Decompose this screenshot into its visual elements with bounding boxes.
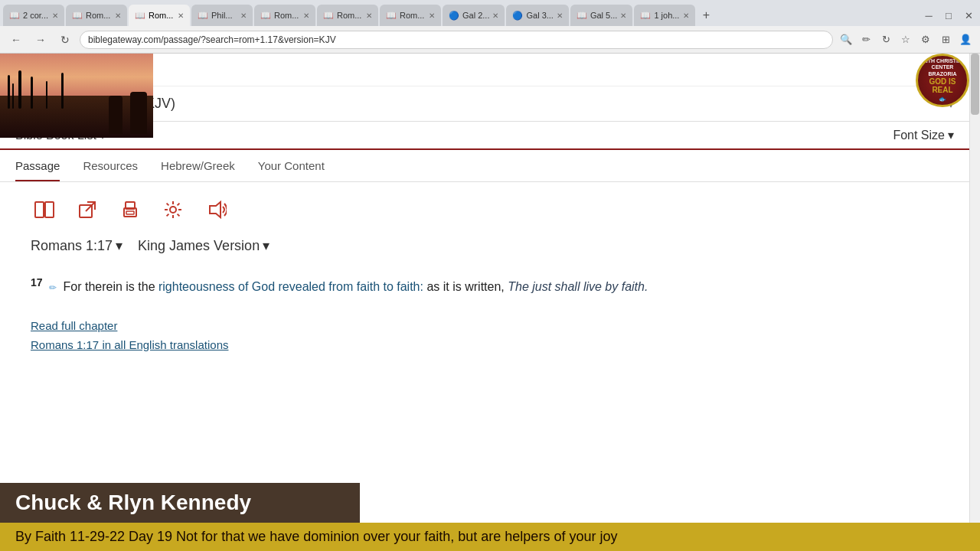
presenter-name: Chuck & Rlyn Kennedy	[15, 491, 251, 515]
tab-hebrew-greek[interactable]: Hebrew/Greek	[161, 159, 235, 181]
tab-favicon: 🔵	[449, 11, 459, 21]
all-translations-link[interactable]: Romans 1:17 in all English translations	[31, 338, 939, 351]
tab-favicon: 📖	[323, 11, 334, 21]
grid-icon[interactable]: ⊞	[937, 31, 954, 48]
read-full-chapter-link[interactable]: Read full chapter	[31, 319, 939, 332]
icons-row	[0, 182, 969, 237]
settings-icon[interactable]	[159, 196, 187, 223]
svg-rect-6	[126, 211, 134, 214]
back-button[interactable]: ←	[6, 30, 26, 50]
minimize-button[interactable]: ─	[920, 7, 937, 24]
refresh-icon[interactable]: ↻	[877, 31, 894, 48]
tab-favicon: 📖	[72, 11, 83, 21]
person-1	[109, 96, 122, 134]
external-link-icon[interactable]	[74, 196, 101, 223]
address-bar[interactable]: biblegateway.com/passage/?search=rom+1.1…	[80, 31, 833, 49]
tab-passage[interactable]: Passage	[15, 159, 60, 181]
tab-close-icon[interactable]: ✕	[240, 11, 247, 20]
font-size-chevron-icon: ▾	[948, 128, 954, 142]
print-icon[interactable]	[116, 196, 144, 223]
font-size-label: Font Size	[893, 129, 945, 142]
tab-close-icon[interactable]: ✕	[683, 11, 689, 20]
tab-label: Gal 2...	[462, 11, 489, 20]
ticker-banner: By Faith 11-29-22 Day 19 Not for that we…	[0, 523, 980, 551]
tab-close-icon[interactable]: ✕	[303, 11, 309, 20]
tab-favicon: 📖	[9, 11, 20, 21]
tab-close-icon[interactable]: ✕	[115, 11, 121, 20]
tab-gal3[interactable]: 🔵 Gal 3... ✕	[506, 5, 568, 26]
tabs-row: Passage Resources Hebrew/Greek Your Cont…	[0, 150, 969, 182]
passage-selector-row: Romans 1:17 ▾ King James Version ▾	[0, 237, 969, 266]
browser-chrome: 📖 2 cor... ✕ 📖 Rom... ✕ 📖 Rom... ✕ 📖 Phi…	[0, 0, 980, 54]
tab-phil[interactable]: 📖 Phil... ✕	[191, 5, 253, 26]
passage-version-chevron-icon: ▾	[263, 237, 270, 254]
tab-rom1[interactable]: 📖 Rom... ✕	[66, 5, 127, 26]
tab-label: 2 cor...	[23, 11, 48, 20]
svg-rect-0	[35, 202, 44, 217]
bookmark-edit-icon[interactable]: ✏	[858, 31, 874, 48]
verse-17: 17 ✏ For therein is the righteousness of…	[31, 274, 939, 298]
maximize-button[interactable]: □	[940, 7, 957, 24]
tree-4	[31, 77, 33, 109]
tab-close-icon[interactable]: ✕	[557, 11, 563, 20]
bottom-banner: Chuck & Rlyn Kennedy By Faith 11-29-22 D…	[0, 483, 980, 551]
tab-label: 1 joh...	[654, 11, 679, 20]
close-window-button[interactable]: ✕	[960, 7, 977, 24]
search-icon[interactable]: 🔍	[838, 31, 854, 48]
tab-1joh[interactable]: 📖 1 joh... ✕	[634, 5, 695, 26]
tab-close-icon[interactable]: ✕	[492, 11, 498, 20]
svg-line-3	[86, 202, 95, 211]
edit-note-icon[interactable]: ✏	[49, 282, 57, 293]
passage-ref-chevron-icon: ▾	[116, 237, 122, 254]
tab-rom3[interactable]: 📖 Rom... ✕	[317, 5, 378, 26]
tree-2	[12, 83, 14, 109]
scrollbar-thumb[interactable]	[971, 54, 979, 115]
scrollbar[interactable]	[969, 54, 980, 551]
bible-links: Read full chapter Romans 1:17 in all Eng…	[0, 313, 969, 364]
ticker-text: By Faith 11-29-22 Day 19 Not for that we…	[15, 529, 617, 544]
tab-rom-active[interactable]: 📖 Rom... ✕	[129, 5, 190, 26]
font-size-button[interactable]: Font Size ▾	[893, 128, 954, 142]
verse-highlight: righteousness of God revealed from faith…	[158, 280, 423, 293]
tab-your-content[interactable]: Your Content	[258, 159, 325, 181]
verse-number: 17	[31, 276, 43, 289]
name-banner: Chuck & Rlyn Kennedy	[0, 483, 360, 523]
new-tab-button[interactable]: +	[697, 6, 715, 24]
svg-marker-8	[210, 202, 220, 217]
tab-label: Rom...	[337, 11, 361, 20]
logo-circle: FAITH CHRISTIAN CENTER BRAZORIA GOD IS R…	[916, 54, 969, 107]
tab-favicon: 📖	[386, 11, 397, 21]
passage-version-selector[interactable]: King James Version ▾	[138, 237, 270, 254]
extensions-icon[interactable]: ⚙	[917, 31, 934, 48]
tab-label: Gal 5...	[590, 11, 617, 20]
tab-close-icon[interactable]: ✕	[178, 11, 184, 20]
account-icon[interactable]: 👤	[957, 31, 974, 48]
reload-button[interactable]: ↻	[55, 30, 75, 50]
tab-close-icon[interactable]: ✕	[366, 11, 372, 20]
tab-label: Phil...	[211, 11, 233, 20]
tab-label: Rom...	[86, 11, 110, 20]
tab-resources[interactable]: Resources	[83, 159, 138, 181]
tab-bar: 📖 2 cor... ✕ 📖 Rom... ✕ 📖 Rom... ✕ 📖 Phi…	[0, 0, 980, 26]
tab-close-icon[interactable]: ✕	[52, 11, 58, 20]
nav-icons: 🔍 ✏ ↻ ☆ ⚙ ⊞ 👤	[838, 31, 974, 48]
video-scene	[0, 54, 153, 138]
tab-favicon: 📖	[135, 11, 145, 21]
tab-gal2[interactable]: 🔵 Gal 2... ✕	[443, 5, 505, 26]
tab-gal5[interactable]: 📖 Gal 5... ✕	[570, 5, 632, 26]
tab-rom4[interactable]: 📖 Rom... ✕	[380, 5, 441, 26]
verse-italic: The just shall live by faith.	[508, 280, 648, 293]
tab-2cor[interactable]: 📖 2 cor... ✕	[3, 5, 64, 26]
logo-main-text: GOD IS REAL	[918, 77, 967, 94]
columns-icon[interactable]	[31, 196, 58, 223]
passage-reference-selector[interactable]: Romans 1:17 ▾	[31, 237, 122, 254]
tab-rom2[interactable]: 📖 Rom... ✕	[254, 5, 315, 26]
star-icon[interactable]: ☆	[897, 31, 914, 48]
forward-button[interactable]: →	[31, 30, 51, 50]
audio-icon[interactable]	[202, 196, 230, 223]
svg-point-7	[170, 207, 176, 213]
tab-close-icon[interactable]: ✕	[429, 11, 435, 20]
tab-close-icon[interactable]: ✕	[620, 11, 626, 20]
tab-label: Gal 3...	[526, 11, 553, 20]
person-2	[130, 92, 147, 134]
